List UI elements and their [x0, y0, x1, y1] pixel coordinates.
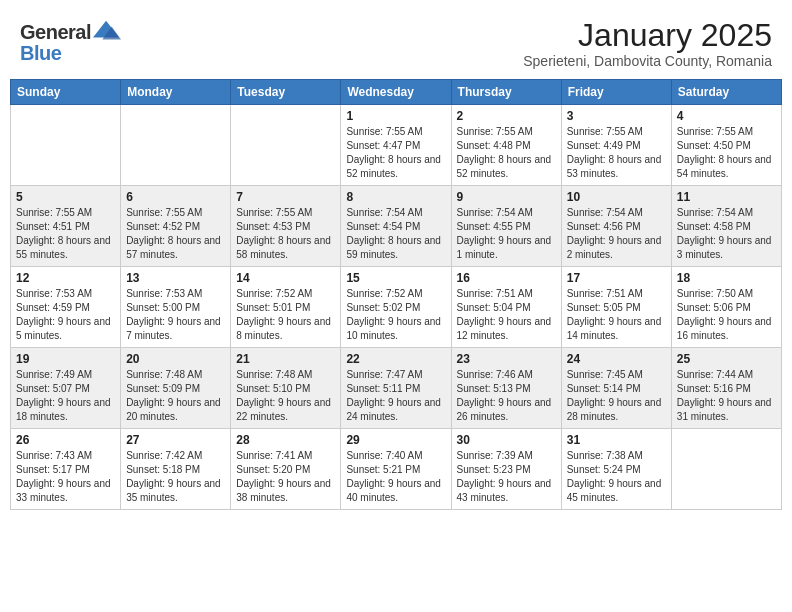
header-friday: Friday — [561, 80, 671, 105]
day-info: Sunrise: 7:51 AM Sunset: 5:05 PM Dayligh… — [567, 287, 666, 343]
day-info: Sunrise: 7:54 AM Sunset: 4:56 PM Dayligh… — [567, 206, 666, 262]
table-row: 16Sunrise: 7:51 AM Sunset: 5:04 PM Dayli… — [451, 267, 561, 348]
table-row: 20Sunrise: 7:48 AM Sunset: 5:09 PM Dayli… — [121, 348, 231, 429]
day-number: 1 — [346, 109, 445, 123]
calendar-week-row: 12Sunrise: 7:53 AM Sunset: 4:59 PM Dayli… — [11, 267, 782, 348]
day-number: 2 — [457, 109, 556, 123]
table-row: 14Sunrise: 7:52 AM Sunset: 5:01 PM Dayli… — [231, 267, 341, 348]
day-info: Sunrise: 7:52 AM Sunset: 5:01 PM Dayligh… — [236, 287, 335, 343]
header-tuesday: Tuesday — [231, 80, 341, 105]
table-row — [11, 105, 121, 186]
table-row: 31Sunrise: 7:38 AM Sunset: 5:24 PM Dayli… — [561, 429, 671, 510]
table-row: 27Sunrise: 7:42 AM Sunset: 5:18 PM Dayli… — [121, 429, 231, 510]
logo-blue-text: Blue — [20, 42, 61, 65]
table-row: 24Sunrise: 7:45 AM Sunset: 5:14 PM Dayli… — [561, 348, 671, 429]
day-info: Sunrise: 7:55 AM Sunset: 4:52 PM Dayligh… — [126, 206, 225, 262]
day-number: 13 — [126, 271, 225, 285]
header-thursday: Thursday — [451, 80, 561, 105]
day-number: 22 — [346, 352, 445, 366]
day-number: 18 — [677, 271, 776, 285]
day-number: 31 — [567, 433, 666, 447]
day-info: Sunrise: 7:55 AM Sunset: 4:48 PM Dayligh… — [457, 125, 556, 181]
calendar-week-row: 1Sunrise: 7:55 AM Sunset: 4:47 PM Daylig… — [11, 105, 782, 186]
day-number: 25 — [677, 352, 776, 366]
location-subtitle: Sperieteni, Dambovita County, Romania — [523, 53, 772, 69]
day-info: Sunrise: 7:55 AM Sunset: 4:51 PM Dayligh… — [16, 206, 115, 262]
day-number: 21 — [236, 352, 335, 366]
table-row: 6Sunrise: 7:55 AM Sunset: 4:52 PM Daylig… — [121, 186, 231, 267]
weekday-header-row: Sunday Monday Tuesday Wednesday Thursday… — [11, 80, 782, 105]
header-wednesday: Wednesday — [341, 80, 451, 105]
logo-icon — [93, 18, 121, 46]
day-info: Sunrise: 7:52 AM Sunset: 5:02 PM Dayligh… — [346, 287, 445, 343]
day-info: Sunrise: 7:55 AM Sunset: 4:53 PM Dayligh… — [236, 206, 335, 262]
day-info: Sunrise: 7:47 AM Sunset: 5:11 PM Dayligh… — [346, 368, 445, 424]
day-info: Sunrise: 7:53 AM Sunset: 4:59 PM Dayligh… — [16, 287, 115, 343]
table-row: 4Sunrise: 7:55 AM Sunset: 4:50 PM Daylig… — [671, 105, 781, 186]
logo: General Blue — [20, 18, 121, 65]
title-block: January 2025 Sperieteni, Dambovita Count… — [523, 18, 772, 69]
table-row — [121, 105, 231, 186]
table-row: 19Sunrise: 7:49 AM Sunset: 5:07 PM Dayli… — [11, 348, 121, 429]
table-row: 26Sunrise: 7:43 AM Sunset: 5:17 PM Dayli… — [11, 429, 121, 510]
day-info: Sunrise: 7:40 AM Sunset: 5:21 PM Dayligh… — [346, 449, 445, 505]
table-row: 13Sunrise: 7:53 AM Sunset: 5:00 PM Dayli… — [121, 267, 231, 348]
table-row — [671, 429, 781, 510]
day-number: 23 — [457, 352, 556, 366]
day-info: Sunrise: 7:54 AM Sunset: 4:58 PM Dayligh… — [677, 206, 776, 262]
day-info: Sunrise: 7:44 AM Sunset: 5:16 PM Dayligh… — [677, 368, 776, 424]
day-info: Sunrise: 7:41 AM Sunset: 5:20 PM Dayligh… — [236, 449, 335, 505]
day-info: Sunrise: 7:38 AM Sunset: 5:24 PM Dayligh… — [567, 449, 666, 505]
table-row: 28Sunrise: 7:41 AM Sunset: 5:20 PM Dayli… — [231, 429, 341, 510]
day-number: 3 — [567, 109, 666, 123]
day-info: Sunrise: 7:39 AM Sunset: 5:23 PM Dayligh… — [457, 449, 556, 505]
day-number: 10 — [567, 190, 666, 204]
day-number: 27 — [126, 433, 225, 447]
day-info: Sunrise: 7:54 AM Sunset: 4:54 PM Dayligh… — [346, 206, 445, 262]
day-info: Sunrise: 7:42 AM Sunset: 5:18 PM Dayligh… — [126, 449, 225, 505]
table-row: 5Sunrise: 7:55 AM Sunset: 4:51 PM Daylig… — [11, 186, 121, 267]
day-number: 4 — [677, 109, 776, 123]
day-info: Sunrise: 7:51 AM Sunset: 5:04 PM Dayligh… — [457, 287, 556, 343]
table-row: 22Sunrise: 7:47 AM Sunset: 5:11 PM Dayli… — [341, 348, 451, 429]
day-info: Sunrise: 7:50 AM Sunset: 5:06 PM Dayligh… — [677, 287, 776, 343]
table-row: 10Sunrise: 7:54 AM Sunset: 4:56 PM Dayli… — [561, 186, 671, 267]
table-row: 25Sunrise: 7:44 AM Sunset: 5:16 PM Dayli… — [671, 348, 781, 429]
table-row: 17Sunrise: 7:51 AM Sunset: 5:05 PM Dayli… — [561, 267, 671, 348]
day-number: 30 — [457, 433, 556, 447]
calendar-week-row: 19Sunrise: 7:49 AM Sunset: 5:07 PM Dayli… — [11, 348, 782, 429]
day-number: 24 — [567, 352, 666, 366]
header-monday: Monday — [121, 80, 231, 105]
table-row: 11Sunrise: 7:54 AM Sunset: 4:58 PM Dayli… — [671, 186, 781, 267]
table-row: 2Sunrise: 7:55 AM Sunset: 4:48 PM Daylig… — [451, 105, 561, 186]
day-number: 8 — [346, 190, 445, 204]
calendar-week-row: 26Sunrise: 7:43 AM Sunset: 5:17 PM Dayli… — [11, 429, 782, 510]
calendar-table: Sunday Monday Tuesday Wednesday Thursday… — [10, 79, 782, 510]
day-number: 16 — [457, 271, 556, 285]
table-row: 9Sunrise: 7:54 AM Sunset: 4:55 PM Daylig… — [451, 186, 561, 267]
day-number: 28 — [236, 433, 335, 447]
day-number: 17 — [567, 271, 666, 285]
table-row: 29Sunrise: 7:40 AM Sunset: 5:21 PM Dayli… — [341, 429, 451, 510]
day-info: Sunrise: 7:48 AM Sunset: 5:09 PM Dayligh… — [126, 368, 225, 424]
day-info: Sunrise: 7:49 AM Sunset: 5:07 PM Dayligh… — [16, 368, 115, 424]
table-row: 12Sunrise: 7:53 AM Sunset: 4:59 PM Dayli… — [11, 267, 121, 348]
page-header: General Blue January 2025 Sperieteni, Da… — [10, 10, 782, 75]
table-row: 7Sunrise: 7:55 AM Sunset: 4:53 PM Daylig… — [231, 186, 341, 267]
day-number: 5 — [16, 190, 115, 204]
day-number: 26 — [16, 433, 115, 447]
table-row: 3Sunrise: 7:55 AM Sunset: 4:49 PM Daylig… — [561, 105, 671, 186]
day-info: Sunrise: 7:48 AM Sunset: 5:10 PM Dayligh… — [236, 368, 335, 424]
table-row: 30Sunrise: 7:39 AM Sunset: 5:23 PM Dayli… — [451, 429, 561, 510]
table-row — [231, 105, 341, 186]
day-number: 15 — [346, 271, 445, 285]
day-number: 20 — [126, 352, 225, 366]
calendar-week-row: 5Sunrise: 7:55 AM Sunset: 4:51 PM Daylig… — [11, 186, 782, 267]
day-number: 11 — [677, 190, 776, 204]
day-info: Sunrise: 7:55 AM Sunset: 4:50 PM Dayligh… — [677, 125, 776, 181]
day-info: Sunrise: 7:53 AM Sunset: 5:00 PM Dayligh… — [126, 287, 225, 343]
table-row: 1Sunrise: 7:55 AM Sunset: 4:47 PM Daylig… — [341, 105, 451, 186]
day-number: 29 — [346, 433, 445, 447]
day-number: 7 — [236, 190, 335, 204]
table-row: 21Sunrise: 7:48 AM Sunset: 5:10 PM Dayli… — [231, 348, 341, 429]
